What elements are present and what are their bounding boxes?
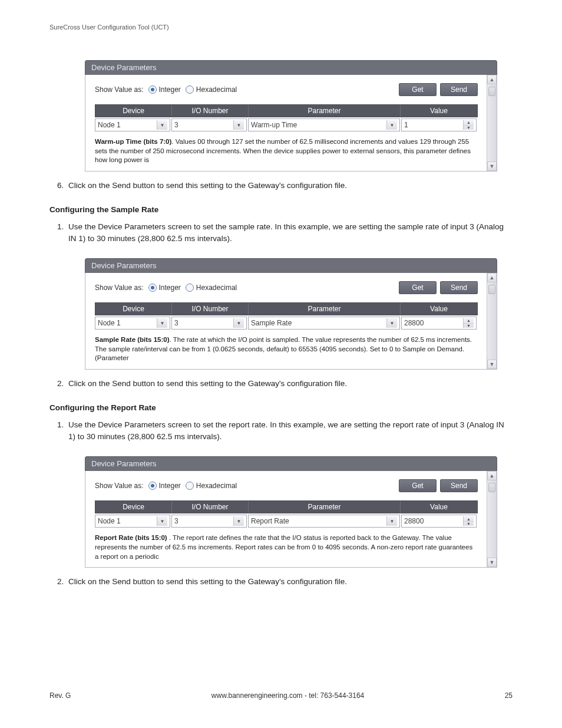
spinner-icon[interactable]: ▲▼ — [463, 120, 474, 130]
col-param: Parameter — [249, 303, 401, 315]
device-value: Node 1 — [98, 121, 121, 129]
scroll-thumb[interactable] — [488, 483, 495, 492]
chevron-down-icon: ▼ — [157, 318, 167, 328]
send-button[interactable]: Send — [440, 83, 478, 96]
radio-hex-label: Hexadecimal — [196, 284, 237, 292]
scroll-up-icon[interactable]: ▲ — [487, 75, 497, 84]
page-footer: Rev. G www.bannerengineering.com - tel: … — [49, 691, 513, 700]
panel-title: Device Parameters — [85, 456, 497, 471]
radio-hex-label: Hexadecimal — [196, 482, 237, 490]
sample-step-2: Click on the Send button to send this se… — [66, 378, 513, 390]
report-step-2: Click on the Send button to send this se… — [66, 576, 513, 588]
radio-dot-icon — [186, 85, 194, 94]
scroll-thumb[interactable] — [488, 87, 495, 96]
column-headers: Device I/O Number Parameter Value — [95, 302, 478, 315]
get-button[interactable]: Get — [399, 83, 437, 96]
param-description: Warm-up Time (bits 7:0). Values 00 throu… — [95, 137, 478, 165]
parameter-select[interactable]: Report Rate▼ — [248, 515, 400, 528]
device-params-panel-sample: Device Parameters ▲ ▼ Show Value as: Int… — [85, 258, 497, 370]
show-value-label: Show Value as: — [95, 284, 144, 292]
step-6: Click on the Send button to send this se… — [66, 180, 513, 192]
chevron-down-icon: ▼ — [386, 318, 397, 328]
scrollbar[interactable]: ▲ ▼ — [487, 471, 497, 567]
col-value: Value — [401, 105, 477, 117]
input-row: Node 1▼ 3▼ Report Rate▼ 28800▲▼ — [95, 515, 478, 528]
desc-bold: Report Rate (bits 15:0) — [95, 534, 167, 541]
scroll-thumb[interactable] — [488, 285, 495, 294]
show-value-label: Show Value as: — [95, 85, 144, 94]
scroll-up-icon[interactable]: ▲ — [487, 471, 497, 480]
get-button[interactable]: Get — [399, 479, 437, 492]
radio-hex[interactable]: Hexadecimal — [186, 85, 237, 94]
io-value: 3 — [174, 517, 178, 525]
send-button[interactable]: Send — [440, 479, 478, 492]
column-headers: Device I/O Number Parameter Value — [95, 500, 478, 513]
value-input[interactable]: 1 ▲▼ — [401, 118, 477, 131]
radio-integer[interactable]: Integer — [148, 85, 181, 94]
device-params-panel-report: Device Parameters ▲ ▼ Show Value as: Int… — [85, 456, 497, 568]
show-value-label: Show Value as: — [95, 482, 144, 490]
parameter-select[interactable]: Sample Rate▼ — [248, 317, 400, 330]
chevron-down-icon: ▼ — [386, 516, 397, 526]
radio-integer[interactable]: Integer — [148, 482, 181, 490]
value-input[interactable]: 28800▲▼ — [401, 515, 477, 528]
param-value: Warm-up Time — [251, 121, 297, 129]
io-value: 3 — [174, 319, 178, 327]
device-select[interactable]: Node 1▼ — [95, 515, 170, 528]
io-select[interactable]: 3▼ — [171, 317, 247, 330]
send-button[interactable]: Send — [440, 281, 478, 294]
device-params-panel-warmup: Device Parameters ▲ ▼ Show Value as: Int… — [85, 60, 497, 172]
chevron-down-icon: ▼ — [157, 516, 167, 526]
col-device: Device — [95, 105, 172, 117]
radio-hex[interactable]: Hexadecimal — [186, 482, 237, 490]
chevron-down-icon: ▼ — [233, 120, 244, 130]
io-select[interactable]: 3 ▼ — [171, 118, 247, 131]
scroll-down-icon[interactable]: ▼ — [487, 162, 497, 171]
param-value: Sample Rate — [251, 319, 292, 327]
device-value: Node 1 — [98, 517, 121, 525]
scroll-down-icon[interactable]: ▼ — [487, 360, 497, 369]
value-text: 28800 — [404, 517, 424, 525]
radio-integer-label: Integer — [159, 284, 181, 292]
radio-integer-label: Integer — [159, 482, 181, 490]
value-text: 28800 — [404, 319, 424, 327]
scrollbar[interactable]: ▲ ▼ — [487, 75, 497, 171]
radio-integer[interactable]: Integer — [148, 284, 181, 292]
get-button[interactable]: Get — [399, 281, 437, 294]
footer-page: 25 — [505, 691, 513, 700]
device-value: Node 1 — [98, 319, 121, 327]
col-device: Device — [95, 501, 172, 513]
radio-dot-icon — [148, 482, 157, 490]
panel-title: Device Parameters — [85, 258, 497, 273]
scroll-up-icon[interactable]: ▲ — [487, 273, 497, 282]
panel-title: Device Parameters — [85, 60, 497, 75]
radio-dot-icon — [148, 284, 157, 292]
param-value: Report Rate — [251, 517, 289, 525]
col-param: Parameter — [249, 501, 401, 513]
desc-bold: Sample Rate (bits 15:0) — [95, 336, 170, 343]
scrollbar[interactable]: ▲ ▼ — [487, 273, 497, 369]
parameter-select[interactable]: Warm-up Time ▼ — [248, 118, 400, 131]
radio-integer-label: Integer — [159, 85, 181, 94]
radio-dot-icon — [186, 482, 194, 490]
col-io: I/O Number — [172, 501, 249, 513]
scroll-down-icon[interactable]: ▼ — [487, 558, 497, 567]
sample-rate-heading: Configuring the Sample Rate — [49, 205, 513, 214]
device-select[interactable]: Node 1▼ — [95, 317, 170, 330]
report-rate-heading: Configuring the Report Rate — [49, 403, 513, 412]
value-input[interactable]: 28800▲▼ — [401, 317, 477, 330]
col-device: Device — [95, 303, 172, 315]
col-param: Parameter — [249, 105, 401, 117]
spinner-icon[interactable]: ▲▼ — [463, 318, 474, 328]
io-select[interactable]: 3▼ — [171, 515, 247, 528]
col-value: Value — [401, 303, 477, 315]
io-value: 3 — [174, 121, 178, 129]
footer-center: www.bannerengineering.com - tel: 763-544… — [211, 691, 365, 700]
report-step-1: Use the Device Parameters screen to set … — [66, 419, 513, 442]
chevron-down-icon: ▼ — [386, 120, 397, 130]
sample-step-1: Use the Device Parameters screen to set … — [66, 221, 513, 244]
device-select[interactable]: Node 1 ▼ — [95, 118, 170, 131]
radio-hex[interactable]: Hexadecimal — [186, 284, 237, 292]
param-description: Report Rate (bits 15:0) . The report rat… — [95, 533, 478, 561]
spinner-icon[interactable]: ▲▼ — [463, 516, 474, 526]
